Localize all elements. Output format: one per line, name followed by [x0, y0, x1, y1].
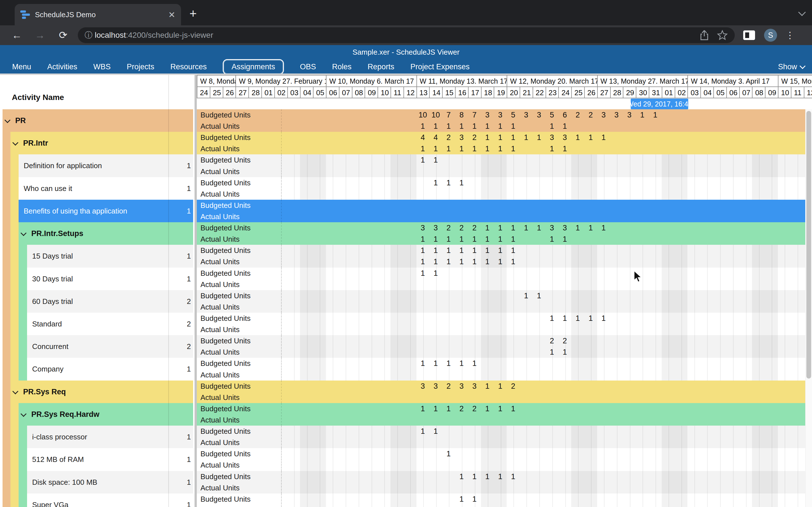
nav-item-assignments[interactable]: Assignments: [223, 59, 284, 75]
assignment-row[interactable]: Budgeted UnitsActual Units2211: [197, 335, 812, 358]
tree-indent-strip: [10, 268, 18, 290]
vertical-scrollbar[interactable]: [805, 109, 812, 507]
assignment-row[interactable]: Budgeted UnitsActual Units111: [197, 177, 812, 200]
assignment-row[interactable]: Budgeted UnitsActual Units11111: [197, 313, 812, 335]
budgeted-units-value: 1: [455, 471, 468, 482]
nav-item-menu[interactable]: Menu: [12, 60, 31, 74]
side-panel-icon[interactable]: [743, 31, 755, 40]
activity-row[interactable]: Who can use it1: [0, 177, 195, 200]
day-header-cell: 26: [584, 87, 597, 98]
activity-row[interactable]: PR.Intr: [0, 132, 195, 154]
budgeted-units-value: 1: [442, 448, 455, 459]
day-header-cell: 05: [313, 87, 326, 98]
activity-row[interactable]: 60 Days trial2: [0, 290, 195, 313]
activity-row[interactable]: 512 MB of RAM1: [0, 448, 195, 471]
share-icon[interactable]: [699, 30, 709, 41]
nav-item-project-expenses[interactable]: Project Expenses: [410, 60, 469, 74]
nav-item-activities[interactable]: Activities: [47, 60, 78, 74]
assignment-row[interactable]: Budgeted UnitsActual Units11111: [197, 471, 812, 494]
collapse-chevron-icon[interactable]: [20, 411, 27, 417]
address-bar[interactable]: ⓘ localhost:4200/schedule-js-viewer: [78, 27, 735, 43]
activity-row[interactable]: Benefits of using tha application1: [0, 200, 195, 222]
row-label-separator: [281, 268, 282, 290]
assignment-row[interactable]: Budgeted UnitsActual Units11111: [197, 358, 812, 380]
units-count: 1: [187, 154, 191, 177]
actual-units-label: Actual Units: [200, 166, 240, 177]
forward-button[interactable]: →: [34, 29, 46, 41]
assignment-row[interactable]: Budgeted UnitsActual Units33233112: [197, 381, 812, 403]
assignment-row[interactable]: Budgeted UnitsActual Units44232111113311…: [197, 132, 812, 154]
actual-units-label: Actual Units: [200, 256, 240, 267]
assignment-row[interactable]: Budgeted UnitsActual Units: [197, 200, 812, 222]
collapse-chevron-icon[interactable]: [12, 388, 18, 394]
day-header-cell: 13: [416, 87, 429, 98]
reload-button[interactable]: ⟳: [57, 29, 69, 41]
browser-tab[interactable]: ScheduleJS Demo ✕: [15, 4, 181, 25]
collapse-chevron-icon[interactable]: [20, 230, 27, 236]
day-gridlines: [281, 494, 812, 507]
collapse-chevron-icon[interactable]: [4, 117, 10, 123]
assignment-row[interactable]: Budgeted UnitsActual Units11: [197, 290, 812, 313]
row-label-separator: [281, 154, 282, 177]
tree-indent-strip: [3, 177, 10, 200]
activity-row[interactable]: Disk space: 100 MB1: [0, 471, 195, 494]
show-dropdown[interactable]: Show: [778, 62, 805, 71]
nav-item-wbs[interactable]: WBS: [93, 60, 111, 74]
activity-row[interactable]: 30 Days trial1: [0, 268, 195, 290]
activity-row[interactable]: PR: [0, 109, 195, 132]
assignment-row[interactable]: Budgeted UnitsActual Units11: [197, 426, 812, 448]
tree-indent-strip: [10, 313, 18, 335]
activity-row[interactable]: PR.Sys Req.Hardw: [0, 403, 195, 426]
panel-resize-handle[interactable]: [195, 75, 197, 507]
wbs-group-label: PR.Sys Req: [13, 381, 66, 403]
scrollbar-thumb[interactable]: [806, 111, 811, 379]
activity-row[interactable]: PR.Sys Req: [0, 381, 195, 403]
budgeted-units-value: 1: [416, 245, 429, 256]
budgeted-units-value: 2: [455, 403, 468, 414]
actual-units-value: 1: [546, 121, 559, 132]
activity-row[interactable]: Concurrent2: [0, 335, 195, 358]
budgeted-units-value: 6: [558, 109, 571, 121]
assignment-row[interactable]: Budgeted UnitsActual Units11: [197, 268, 812, 290]
collapse-chevron-icon[interactable]: [12, 140, 18, 146]
tab-close-icon[interactable]: ✕: [168, 10, 175, 20]
back-button[interactable]: ←: [11, 29, 23, 41]
assignment-row[interactable]: Budgeted UnitsActual Units10107873353356…: [197, 109, 812, 132]
assignment-row[interactable]: Budgeted UnitsActual Units33222111113311…: [197, 222, 812, 245]
site-info-icon[interactable]: ⓘ: [85, 30, 95, 41]
actual-units-value: 1: [546, 233, 559, 245]
budgeted-units-value: 3: [520, 109, 532, 121]
assignment-row[interactable]: Budgeted UnitsActual Units11: [197, 494, 812, 507]
actual-units-label: Actual Units: [200, 414, 240, 426]
budgeted-units-value: 1: [468, 471, 481, 482]
new-tab-button[interactable]: +: [190, 7, 197, 20]
nav-item-obs[interactable]: OBS: [300, 60, 316, 74]
nav-item-projects[interactable]: Projects: [127, 60, 154, 74]
activity-label: i-class processor: [32, 426, 87, 448]
budgeted-units-value: 4: [416, 132, 429, 143]
tab-strip-chevron-down-icon[interactable]: [798, 8, 806, 16]
activity-row[interactable]: Super VGa1: [0, 494, 195, 507]
tree-indent-strip: [10, 494, 18, 507]
day-header-cell: 31: [649, 87, 662, 98]
assignment-row[interactable]: Budgeted UnitsActual Units11111111111111…: [197, 245, 812, 267]
activity-row[interactable]: PR.Intr.Setups: [0, 222, 195, 245]
activity-row[interactable]: 15 Days trial1: [0, 245, 195, 267]
nav-item-resources[interactable]: Resources: [170, 60, 207, 74]
browser-menu-icon[interactable]: ⋮: [785, 30, 795, 41]
bookmark-star-icon[interactable]: [717, 30, 728, 41]
budgeted-units-label: Budgeted Units: [200, 109, 251, 121]
assignment-row[interactable]: Budgeted UnitsActual Units11: [197, 154, 812, 177]
activity-row[interactable]: i-class processor1: [0, 426, 195, 448]
avatar[interactable]: S: [764, 29, 777, 42]
tree-indent-strip: [3, 290, 10, 313]
assignment-row[interactable]: Budgeted UnitsActual Units11122111: [197, 403, 812, 426]
day-header-cell: 28: [248, 87, 261, 98]
assignment-row[interactable]: Budgeted UnitsActual Units1: [197, 448, 812, 471]
activity-row[interactable]: Company1: [0, 358, 195, 380]
budgeted-units-label: Budgeted Units: [200, 268, 251, 279]
nav-item-reports[interactable]: Reports: [368, 60, 395, 74]
nav-item-roles[interactable]: Roles: [332, 60, 352, 74]
activity-row[interactable]: Definition for application1: [0, 154, 195, 177]
activity-row[interactable]: Standard2: [0, 313, 195, 335]
